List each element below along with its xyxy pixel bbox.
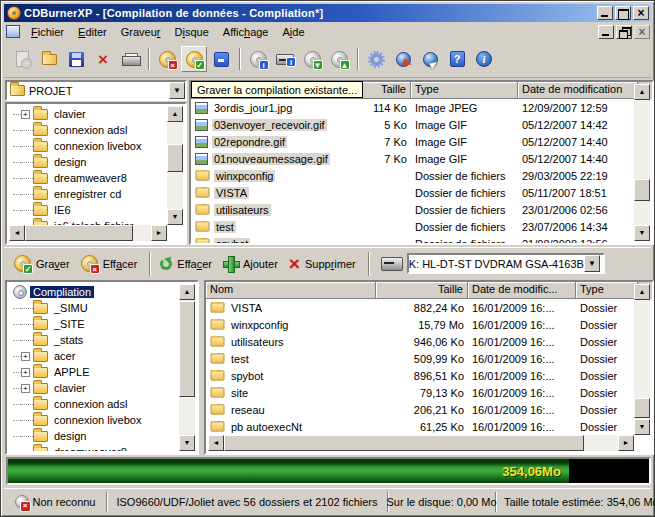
scroll-thumb[interactable] [634,179,650,201]
close-button[interactable] [633,6,649,20]
menu-affichage[interactable]: Affichage [216,24,276,40]
scroll-thumb[interactable] [224,435,584,451]
compilation-tree-vscrollbar[interactable]: ▲ ▼ [179,284,195,451]
scroll-down-arrow[interactable]: ▼ [634,419,650,435]
table-row[interactable]: VISTA882,24 Ko16/01/2009 16:...Dossier [206,299,652,316]
column-header-date-de-modific-[interactable]: Date de modific... [468,282,576,299]
mdi-close-button[interactable] [634,25,650,39]
table-row[interactable]: testDossier de fichiers23/07/2006 14:34 [191,218,652,235]
table-row[interactable]: 3ordis_jour1.jpg114 KoImage JPEG12/09/20… [191,99,652,116]
scroll-up-arrow[interactable]: ▲ [634,284,650,300]
scroll-up-arrow[interactable]: ▲ [634,84,650,100]
table-row[interactable]: utilisateursDossier de fichiers23/01/200… [191,201,652,218]
menu-graveur[interactable]: Graveur [114,24,168,40]
scroll-down-arrow[interactable]: ▼ [167,209,183,225]
minimize-button[interactable] [597,6,613,20]
erase-disc-button[interactable]: ×Effacer [77,252,145,275]
menu-disque[interactable]: Disque [168,24,216,40]
compilation-window-icon[interactable] [6,25,20,38]
table-row[interactable]: utilisateurs946,06 Ko16/01/2009 16:...Do… [206,333,652,350]
explorer-tree-vscrollbar[interactable]: ▲ ▼ [167,106,183,225]
table-row[interactable]: 01nouveaumessage.gif7 KoImage GIF05/12/2… [191,150,652,167]
table-row[interactable]: winxpconfigDossier de fichiers29/03/2005… [191,167,652,184]
language-icon[interactable] [390,46,416,72]
burn-button[interactable]: ✓Graver [10,252,77,275]
tree-item-clavier[interactable]: clavier [9,380,179,396]
tree-item-design[interactable]: design [9,154,167,170]
source-folder-combo[interactable]: PROJET ▼ [5,80,187,101]
column-header-type[interactable]: Type [411,82,518,99]
tree-item-ie6-telech-fichier[interactable]: ie6 telech fichier [9,218,167,225]
column-header-date-de-modification[interactable]: Date de modification [518,82,638,99]
tree-item-ie6[interactable]: IE6 [9,202,167,218]
tree-item-connexion-adsl[interactable]: connexion adsl [9,122,167,138]
menu-fichier[interactable]: Fichier [24,24,71,40]
tree-item-apple[interactable]: APPLE [9,364,179,380]
tree-item-connexion-livebox[interactable]: connexion livebox [9,138,167,154]
scroll-thumb[interactable] [25,225,133,241]
drive-combo[interactable]: K: HL-DT-ST DVDRAM GSA-4163B ▼ [407,253,605,274]
table-row[interactable]: VISTADossier de fichiers05/11/2007 18:51 [191,184,652,201]
settings-icon[interactable] [363,46,389,72]
combo-dropdown-arrow[interactable]: ▼ [169,82,185,99]
open-icon[interactable] [36,46,62,72]
website-icon[interactable] [417,46,443,72]
scroll-left-arrow[interactable]: ◄ [9,225,25,241]
column-header-nom[interactable]: Nom [206,282,376,299]
scroll-up-arrow[interactable]: ▲ [179,284,195,300]
menu-aide[interactable]: Aide [275,24,311,40]
tree-item-acer[interactable]: acer [9,348,179,364]
scroll-thumb[interactable] [634,398,650,418]
new-compilation-icon[interactable] [9,46,35,72]
table-row[interactable]: site79,13 Ko16/01/2009 16:...Dossier [206,384,652,401]
tree-item-clavier[interactable]: clavier [9,106,167,122]
table-row[interactable]: 02repondre.gif7 KoImage GIF05/12/2007 14… [191,133,652,150]
data-compilation-icon[interactable] [208,46,234,72]
tree-item--simu[interactable]: _SIMU [9,300,179,316]
tree-item--stats[interactable]: _stats [9,332,179,348]
table-row[interactable]: spybot896,51 Ko16/01/2009 16:...Dossier [206,367,652,384]
tree-item-compliation[interactable]: Compliation [9,284,179,300]
tree-item-dreamweaver8[interactable]: dreamweaver8 [9,170,167,186]
menu-editer[interactable]: Editer [71,24,114,40]
expand-icon[interactable] [21,352,30,361]
scroll-down-arrow[interactable]: ▼ [634,225,650,241]
expand-icon[interactable] [21,110,30,119]
column-header-taille[interactable]: Taille [376,282,468,299]
table-row[interactable]: spybotDossier de fichiers21/08/2008 13:5… [191,235,652,245]
drive-info-icon[interactable]: i [272,46,298,72]
tree-item-design[interactable]: design [9,428,179,444]
erase-disc-icon[interactable]: × [154,46,180,72]
tree-item-connexion-adsl[interactable]: connexion adsl [9,396,179,412]
scroll-right-arrow[interactable]: ► [618,435,634,451]
add-button[interactable]: Ajouter [219,253,285,274]
remove-button[interactable]: ×Supprimer [285,253,363,275]
expand-icon[interactable] [21,384,30,393]
tree-item-dreamweaver8[interactable]: dreamweaver8 [9,444,179,451]
tree-item--site[interactable]: _SITE [9,316,179,332]
expand-icon[interactable] [21,368,30,377]
scroll-thumb[interactable] [167,144,183,172]
table-row[interactable]: test509,99 Ko16/01/2009 16:...Dossier [206,350,652,367]
explorer-tree-hscrollbar[interactable]: ◄ ► [9,225,167,241]
save-icon[interactable] [63,46,89,72]
help-icon[interactable]: ? [444,46,470,72]
table-row[interactable]: pb autoexecNt61,25 Ko16/01/2009 16:...Do… [206,418,652,435]
disc-info-icon[interactable]: i [245,46,271,72]
burn-disc-icon[interactable]: ✓ [181,46,207,72]
explorer-list-vscrollbar[interactable]: ▲ ▼ [634,84,650,241]
mdi-restore-button[interactable] [616,25,632,39]
scroll-up-arrow[interactable]: ▲ [167,106,183,122]
scroll-left-arrow[interactable]: ◄ [208,435,224,451]
table-row[interactable]: reseau206,21 Ko16/01/2009 16:...Dossier [206,401,652,418]
table-row[interactable]: 03envoyer_recevoir.gif5 KoImage GIF05/12… [191,116,652,133]
scroll-thumb[interactable] [179,301,195,397]
mdi-minimize-button[interactable] [598,25,614,39]
import-disc-icon[interactable]: ▼ [299,46,325,72]
close-compilation-icon[interactable]: × [90,46,116,72]
compilation-list-vscrollbar[interactable]: ▲ ▼ [634,284,650,435]
column-header-type[interactable]: Type [576,282,638,299]
scroll-right-arrow[interactable]: ► [151,225,167,241]
tree-item-enregistrer-cd[interactable]: enregistrer cd [9,186,167,202]
maximize-button[interactable] [615,6,631,20]
